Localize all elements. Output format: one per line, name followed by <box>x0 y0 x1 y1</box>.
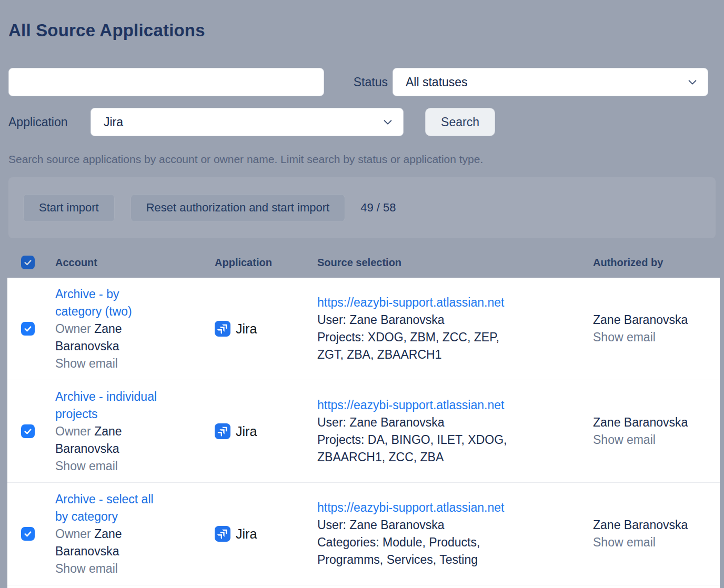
search-button[interactable]: Search <box>425 108 495 136</box>
chevron-down-icon <box>687 76 698 88</box>
account-link[interactable]: Archive - by category (two) <box>55 286 215 320</box>
selected-counter: 49 / 58 <box>360 201 396 215</box>
application-name: Jira <box>236 320 257 338</box>
column-header-application: Application <box>215 257 317 269</box>
application-label: Application <box>8 115 91 129</box>
show-email-link[interactable]: Show email <box>593 329 715 346</box>
source-user: User: Zane Baranovska <box>317 516 593 534</box>
status-select[interactable]: All statuses <box>393 68 708 96</box>
authorized-by-name: Zane Baranovska <box>593 516 715 534</box>
start-import-button[interactable]: Start import <box>23 194 115 222</box>
authorized-by-name: Zane Baranovska <box>593 414 715 431</box>
owner-label: Owner <box>55 424 91 438</box>
chevron-down-icon <box>382 116 394 128</box>
jira-icon <box>215 526 230 542</box>
jira-icon <box>215 321 230 337</box>
source-user: User: Zane Baranovska <box>317 414 593 431</box>
import-actions-panel: Start import Reset authorization and sta… <box>8 177 716 238</box>
show-email-link[interactable]: Show email <box>55 458 215 475</box>
check-icon <box>23 529 33 539</box>
check-icon <box>23 324 33 333</box>
account-link[interactable]: Archive - individual projects <box>55 388 215 423</box>
column-header-source: Source selection <box>317 257 593 269</box>
table-row: Archive - select all by category Owner Z… <box>7 483 720 585</box>
show-email-link[interactable]: Show email <box>593 431 715 449</box>
source-url-link[interactable]: https://eazybi-support.atlassian.net <box>317 294 593 311</box>
reset-authorization-button[interactable]: Reset authorization and start import <box>130 194 346 222</box>
filter-row-2: Application Jira Search <box>8 108 724 136</box>
search-input[interactable] <box>8 68 324 96</box>
table-body: Archive - by category (two) Owner Zane B… <box>7 278 720 588</box>
show-email-link[interactable]: Show email <box>55 355 215 372</box>
show-email-link[interactable]: Show email <box>55 560 215 577</box>
row-checkbox[interactable] <box>21 322 35 336</box>
source-applications-page: All Source Applications Status All statu… <box>0 20 724 588</box>
source-url-link[interactable]: https://eazybi-support.atlassian.net <box>317 397 593 414</box>
application-select-value: Jira <box>104 115 123 129</box>
table-row: Archive - individual projects Owner Zane… <box>7 380 720 483</box>
account-link[interactable]: Archive - select all by category <box>55 491 215 525</box>
owner-label: Owner <box>55 527 91 541</box>
row-checkbox[interactable] <box>21 424 35 438</box>
jira-icon <box>215 423 230 439</box>
source-selection: Projects: XDOG, ZBM, ZCC, ZEP, ZGT, ZBA,… <box>317 329 593 363</box>
table-header: Account Application Source selection Aut… <box>7 247 720 278</box>
check-icon <box>23 427 33 436</box>
search-help-text: Search source applications by account or… <box>8 153 724 166</box>
page-title: All Source Applications <box>8 20 724 41</box>
column-header-account: Account <box>55 257 215 269</box>
authorized-by-name: Zane Baranovska <box>593 311 715 329</box>
check-icon <box>23 258 33 267</box>
source-url-link[interactable]: https://eazybi-support.atlassian.net <box>317 499 593 516</box>
application-select[interactable]: Jira <box>91 108 404 136</box>
select-all-checkbox[interactable] <box>21 256 35 269</box>
source-user: User: Zane Baranovska <box>317 311 593 329</box>
column-header-authorized: Authorized by <box>593 257 720 269</box>
source-selection: Categories: Module, Products, Programms,… <box>317 534 593 569</box>
row-checkbox[interactable] <box>21 527 35 541</box>
show-email-link[interactable]: Show email <box>593 534 715 551</box>
owner-label: Owner <box>55 322 91 336</box>
source-selection: Projects: DA, BINGO, ILET, XDOG, ZBAARCH… <box>317 431 593 466</box>
application-name: Jira <box>236 423 257 440</box>
status-select-value: All statuses <box>406 75 468 89</box>
filter-row-1: Status All statuses <box>8 68 724 96</box>
application-name: Jira <box>236 525 257 543</box>
table-row: Archive - by category (two) Owner Zane B… <box>7 278 720 380</box>
status-label: Status <box>345 75 388 89</box>
